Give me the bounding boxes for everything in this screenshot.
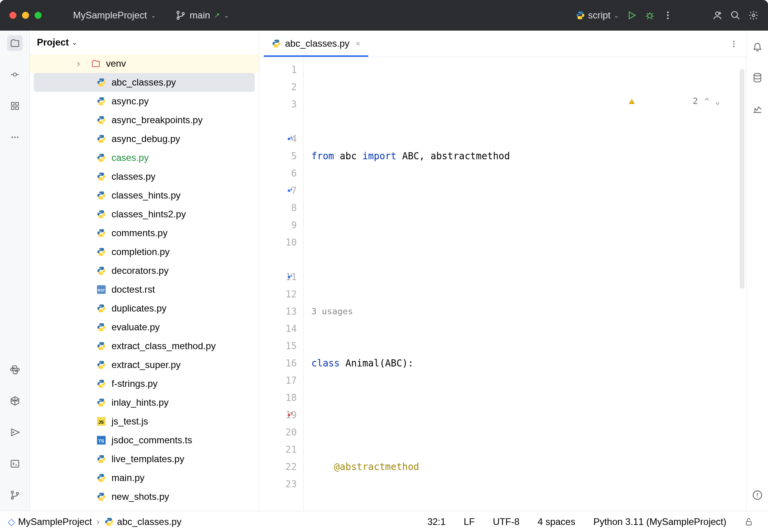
settings-icon[interactable] — [748, 10, 759, 20]
code-with-me-icon[interactable] — [712, 10, 722, 20]
run-config-dropdown[interactable]: script ⌄ — [576, 10, 619, 21]
project-tree[interactable]: › venvabc_classes.pyasync.pyasync_breakp… — [30, 54, 259, 511]
python-icon — [576, 11, 585, 20]
override-gutter-icon[interactable] — [287, 411, 295, 419]
tree-file[interactable]: JSjs_test.js — [30, 412, 259, 431]
svg-text:RST: RST — [98, 288, 105, 292]
breadcrumb[interactable]: ◇ MySampleProject › abc_classes.py — [8, 516, 181, 527]
file-encoding[interactable]: UTF-8 — [486, 516, 527, 527]
python-console-button[interactable] — [7, 362, 23, 377]
tree-file[interactable]: cases.py — [30, 148, 259, 167]
py-file-icon — [97, 78, 106, 87]
py-file-icon — [97, 228, 106, 238]
file-name: inlay_hints.py — [112, 397, 168, 408]
tree-file[interactable]: comments.py — [30, 224, 259, 242]
push-arrow-icon: ↗ — [214, 11, 220, 20]
line-number: 6 — [291, 165, 297, 182]
tree-file[interactable]: duplicates.py — [30, 299, 259, 318]
packages-tool-button[interactable] — [7, 393, 23, 409]
py-file-icon — [97, 191, 106, 200]
debug-button[interactable] — [645, 10, 655, 20]
prev-highlight-icon[interactable]: ⌃ — [704, 93, 709, 110]
line-number: 10 — [285, 234, 297, 251]
vcs-tool-button[interactable] — [7, 487, 23, 503]
tree-file[interactable]: decorators.py — [30, 261, 259, 280]
more-tool-button[interactable] — [7, 129, 23, 145]
terminal-tool-button[interactable] — [7, 456, 23, 472]
editor-code[interactable]: 2 ⌃ ⌄ from abc import ABC, abstractmetho… — [303, 57, 746, 511]
notifications-button[interactable] — [750, 38, 765, 54]
file-name: classes.py — [112, 171, 155, 182]
py-file-icon — [97, 473, 106, 483]
override-gutter-icon[interactable] — [287, 135, 295, 143]
tree-file[interactable]: inlay_hints.py — [30, 393, 259, 412]
run-button[interactable] — [627, 10, 637, 20]
file-name: duplicates.py — [112, 303, 166, 314]
usage-hint[interactable]: 3 usages — [311, 303, 746, 320]
tree-file[interactable]: new_shots.py — [30, 487, 259, 506]
file-name: abc_classes.py — [112, 77, 176, 88]
py-file-icon — [97, 454, 106, 464]
vcs-branch[interactable]: main ↗ ⌄ — [176, 10, 229, 21]
next-highlight-icon[interactable]: ⌄ — [715, 93, 720, 110]
py-file-icon — [97, 153, 106, 162]
minimize-window[interactable] — [22, 12, 29, 19]
caret-position[interactable]: 32:1 — [420, 516, 453, 527]
sciview-tool-button[interactable] — [750, 101, 765, 117]
tree-file[interactable]: classes.py — [30, 167, 259, 186]
commit-tool-button[interactable] — [7, 67, 23, 82]
override-gutter-icon[interactable] — [287, 273, 295, 281]
svg-point-1 — [177, 17, 179, 19]
editor-scrollbar[interactable] — [740, 69, 744, 289]
py-file-icon — [97, 115, 106, 125]
py-file-icon — [97, 492, 106, 501]
indent-config[interactable]: 4 spaces — [530, 516, 582, 527]
inspection-widget[interactable]: 2 ⌃ ⌄ — [628, 63, 720, 140]
tab-more-button[interactable] — [730, 40, 738, 48]
tree-file[interactable]: main.py — [30, 468, 259, 487]
project-panel-header[interactable]: Project ⌄ — [30, 31, 259, 54]
search-icon[interactable] — [730, 10, 741, 20]
tree-file[interactable]: extract_super.py — [30, 355, 259, 374]
tree-file[interactable]: async.py — [30, 92, 259, 111]
maximize-window[interactable] — [35, 12, 42, 19]
problems-tool-button[interactable] — [750, 487, 765, 503]
svg-point-5 — [648, 14, 652, 18]
tree-folder[interactable]: › venv — [30, 54, 259, 73]
editor-tab[interactable]: abc_classes.py × — [264, 32, 368, 57]
structure-tool-button[interactable] — [7, 98, 23, 114]
project-tool-button[interactable] — [7, 35, 23, 51]
tree-file[interactable]: evaluate.py — [30, 318, 259, 337]
svg-point-37 — [288, 414, 291, 417]
file-name: completion.py — [112, 246, 170, 257]
tree-file[interactable]: classes_hints2.py — [30, 205, 259, 224]
file-name: async_breakpoints.py — [112, 115, 203, 126]
editor-body[interactable]: 1234567891011121314151617181920212223 2 … — [259, 57, 746, 511]
tree-file[interactable]: RSTdoctest.rst — [30, 280, 259, 299]
readonly-toggle[interactable] — [737, 517, 760, 526]
tree-file[interactable]: f-strings.py — [30, 374, 259, 393]
close-window[interactable] — [9, 12, 16, 19]
override-gutter-icon[interactable] — [287, 186, 295, 195]
project-dropdown[interactable]: MySampleProject ⌄ — [73, 10, 156, 21]
svg-point-12 — [13, 73, 16, 76]
tree-file[interactable]: abc_classes.py — [34, 73, 255, 92]
tree-file[interactable]: completion.py — [30, 242, 259, 261]
more-actions[interactable] — [663, 10, 673, 20]
tree-file[interactable]: live_templates.py — [30, 450, 259, 468]
interpreter[interactable]: Python 3.11 (MySampleProject) — [586, 516, 733, 527]
line-separator[interactable]: LF — [457, 516, 482, 527]
tab-name: abc_classes.py — [285, 38, 349, 49]
database-tool-button[interactable] — [750, 70, 765, 86]
tree-file[interactable]: extract_class_method.py — [30, 337, 259, 355]
svg-point-38 — [754, 73, 761, 76]
tree-file[interactable]: TSjsdoc_comments.ts — [30, 431, 259, 450]
tab-close-button[interactable]: × — [356, 39, 360, 48]
folder-name: venv — [106, 58, 126, 69]
titlebar: MySampleProject ⌄ main ↗ ⌄ script ⌄ — [0, 0, 768, 31]
tree-file[interactable]: async_breakpoints.py — [30, 111, 259, 129]
svg-rect-21 — [11, 460, 19, 467]
services-tool-button[interactable] — [7, 425, 23, 440]
tree-file[interactable]: classes_hints.py — [30, 186, 259, 205]
tree-file[interactable]: async_debug.py — [30, 129, 259, 148]
